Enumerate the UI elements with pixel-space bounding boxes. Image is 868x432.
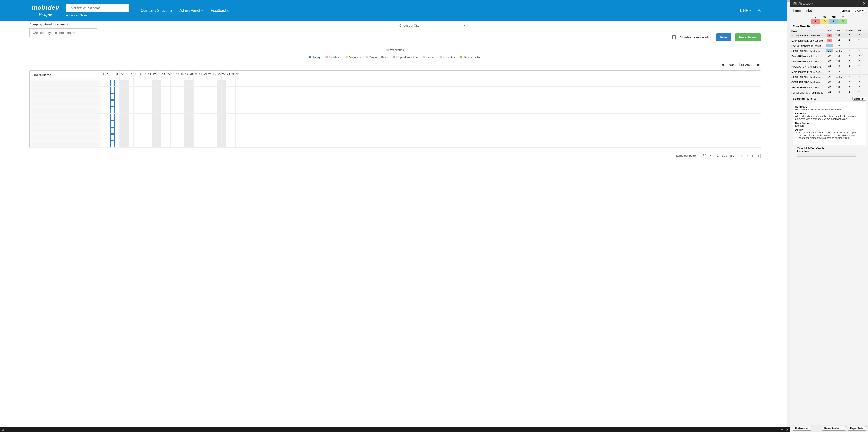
logout-icon[interactable]: ⎋ — [758, 8, 761, 13]
day-cell[interactable] — [101, 80, 105, 86]
day-cell[interactable] — [152, 121, 157, 127]
inspector-app-name[interactable]: AInspector ▾ — [798, 2, 861, 5]
day-cell[interactable] — [166, 80, 170, 86]
user-name-cell[interactable] — [30, 93, 101, 100]
day-cell[interactable] — [101, 93, 105, 100]
taskbar-close-icon[interactable]: ✕ — [786, 428, 789, 432]
day-cell[interactable] — [156, 134, 161, 141]
day-cell[interactable] — [170, 80, 175, 86]
city-select[interactable]: Choose a City ▼ — [399, 22, 466, 29]
day-cell[interactable] — [143, 87, 147, 93]
day-cell[interactable] — [147, 87, 152, 93]
day-cell[interactable] — [152, 87, 157, 93]
day-cell[interactable] — [226, 93, 231, 100]
day-cell[interactable] — [138, 100, 143, 107]
day-cell[interactable] — [170, 121, 175, 127]
day-cell[interactable] — [208, 80, 212, 86]
day-cell[interactable] — [129, 107, 133, 114]
day-cell[interactable] — [110, 114, 115, 120]
day-cell[interactable] — [143, 107, 147, 114]
day-cell[interactable] — [175, 80, 180, 86]
day-cell[interactable] — [175, 134, 180, 141]
reset-filters-button[interactable]: Reset Filters — [735, 33, 761, 41]
day-cell[interactable] — [180, 107, 184, 114]
day-cell[interactable] — [156, 87, 161, 93]
day-cell[interactable] — [170, 114, 175, 120]
day-cell[interactable] — [152, 107, 157, 114]
day-cell[interactable] — [217, 100, 221, 107]
taskbar-window-icon[interactable]: ⧉ — [777, 428, 779, 431]
day-cell[interactable] — [217, 87, 221, 93]
day-cell[interactable] — [208, 114, 212, 120]
day-cell[interactable] — [156, 80, 161, 86]
day-cell[interactable] — [133, 121, 138, 127]
day-cell[interactable] — [147, 93, 152, 100]
day-cell[interactable] — [161, 80, 166, 86]
col-level[interactable]: Level — [844, 29, 855, 33]
col-req[interactable]: Req — [855, 29, 863, 33]
day-cell[interactable] — [226, 121, 231, 127]
day-cell[interactable] — [119, 134, 124, 141]
day-cell[interactable] — [152, 100, 157, 107]
day-cell[interactable] — [175, 114, 180, 120]
day-cell[interactable] — [226, 87, 231, 93]
day-cell[interactable] — [180, 121, 184, 127]
day-cell[interactable] — [138, 134, 143, 141]
day-cell[interactable] — [189, 80, 194, 86]
day-cell[interactable] — [198, 141, 203, 147]
search-icon[interactable]: ⌕ — [124, 6, 127, 10]
day-cell[interactable] — [198, 100, 203, 107]
day-cell[interactable] — [105, 93, 110, 100]
day-cell[interactable] — [161, 127, 166, 134]
col-sc[interactable]: SC — [834, 29, 844, 33]
rule-row[interactable]: CONTENTINFO landmark: mus... N/A 1.3.1 A… — [790, 74, 868, 80]
day-cell[interactable] — [115, 114, 120, 120]
taskbar-more-icon[interactable]: ⋯ — [781, 428, 784, 431]
day-cell[interactable] — [203, 87, 208, 93]
day-cell[interactable] — [208, 141, 212, 147]
day-cell[interactable] — [180, 127, 184, 134]
day-cell[interactable] — [156, 100, 161, 107]
day-cell[interactable] — [170, 93, 175, 100]
nav-feedbacks[interactable]: Feedbacks — [211, 8, 228, 13]
day-cell[interactable] — [217, 80, 221, 86]
day-cell[interactable] — [115, 93, 120, 100]
day-cell[interactable] — [230, 87, 235, 93]
day-cell[interactable] — [161, 134, 166, 141]
day-cell[interactable] — [161, 141, 166, 147]
day-cell[interactable] — [189, 87, 194, 93]
day-cell[interactable] — [221, 134, 226, 141]
col-result[interactable]: Result — [825, 29, 834, 33]
day-cell[interactable] — [235, 93, 240, 100]
day-cell[interactable] — [193, 141, 198, 147]
day-cell[interactable] — [115, 127, 120, 134]
day-cell[interactable] — [161, 114, 166, 120]
day-cell[interactable] — [180, 114, 184, 120]
day-cell[interactable] — [166, 100, 170, 107]
day-cell[interactable] — [235, 127, 240, 134]
rule-row[interactable]: BANNER landmark: must be to... N/A 1.3.1… — [790, 54, 868, 59]
element-input[interactable] — [29, 29, 97, 37]
day-cell[interactable] — [166, 121, 170, 127]
day-cell[interactable] — [101, 114, 105, 120]
day-cell[interactable] — [226, 134, 231, 141]
day-cell[interactable] — [133, 127, 138, 134]
day-cell[interactable] — [208, 107, 212, 114]
day-cell[interactable] — [189, 107, 194, 114]
day-cell[interactable] — [175, 127, 180, 134]
day-cell[interactable] — [208, 121, 212, 127]
day-cell[interactable] — [230, 141, 235, 147]
day-cell[interactable] — [175, 87, 180, 93]
day-cell[interactable] — [184, 141, 189, 147]
day-cell[interactable] — [156, 121, 161, 127]
day-cell[interactable] — [115, 80, 120, 86]
day-cell[interactable] — [124, 87, 129, 93]
day-cell[interactable] — [156, 107, 161, 114]
day-cell[interactable] — [230, 80, 235, 86]
vacation-checkbox[interactable] — [672, 35, 676, 39]
day-cell[interactable] — [175, 141, 180, 147]
rule-row[interactable]: All content must be contained ... V 1.3.… — [790, 33, 868, 38]
col-rule[interactable]: Rule — [790, 29, 825, 33]
day-cell[interactable] — [184, 93, 189, 100]
day-cell[interactable] — [133, 114, 138, 120]
